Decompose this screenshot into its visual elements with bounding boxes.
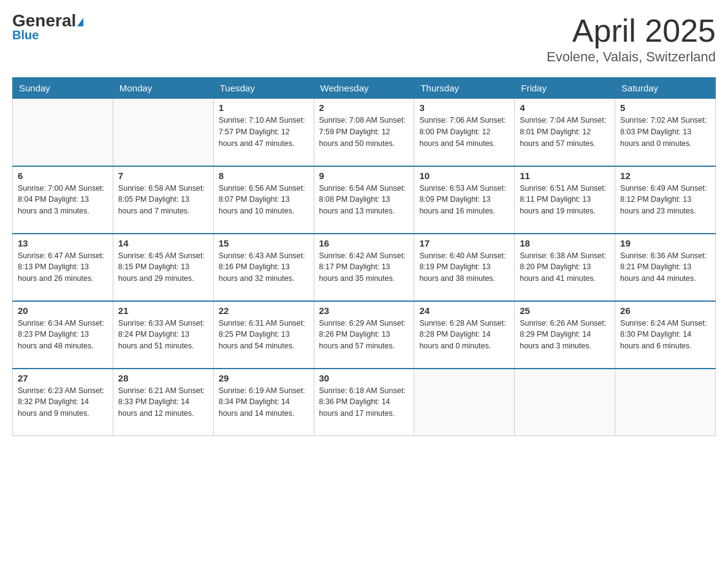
day-info: Sunrise: 6:19 AM Sunset: 8:34 PM Dayligh… — [219, 385, 309, 419]
day-info: Sunrise: 6:24 AM Sunset: 8:30 PM Dayligh… — [620, 318, 710, 352]
logo: General Blue — [12, 12, 83, 42]
day-number: 6 — [18, 170, 108, 181]
calendar-cell: 19Sunrise: 6:36 AM Sunset: 8:21 PM Dayli… — [615, 234, 716, 301]
calendar-cell: 24Sunrise: 6:28 AM Sunset: 8:28 PM Dayli… — [414, 301, 515, 369]
header-thursday: Thursday — [414, 78, 515, 99]
day-info: Sunrise: 6:31 AM Sunset: 8:25 PM Dayligh… — [219, 318, 309, 352]
day-info: Sunrise: 7:06 AM Sunset: 8:00 PM Dayligh… — [419, 115, 509, 149]
day-number: 26 — [620, 305, 710, 316]
day-info: Sunrise: 6:47 AM Sunset: 8:13 PM Dayligh… — [18, 250, 108, 285]
day-number: 5 — [620, 102, 710, 113]
day-info: Sunrise: 6:45 AM Sunset: 8:15 PM Dayligh… — [118, 250, 208, 285]
day-number: 19 — [620, 238, 710, 248]
calendar-cell: 15Sunrise: 6:43 AM Sunset: 8:16 PM Dayli… — [213, 234, 314, 301]
calendar-cell: 16Sunrise: 6:42 AM Sunset: 8:17 PM Dayli… — [314, 234, 414, 301]
calendar-cell — [13, 99, 113, 166]
day-info: Sunrise: 6:56 AM Sunset: 8:07 PM Dayligh… — [219, 183, 309, 217]
calendar-cell — [615, 369, 716, 436]
calendar-cell: 1Sunrise: 7:10 AM Sunset: 7:57 PM Daylig… — [213, 99, 314, 166]
header-wednesday: Wednesday — [314, 78, 414, 99]
day-info: Sunrise: 6:58 AM Sunset: 8:05 PM Dayligh… — [118, 183, 208, 217]
day-info: Sunrise: 6:53 AM Sunset: 8:09 PM Dayligh… — [419, 183, 509, 217]
calendar-cell: 10Sunrise: 6:53 AM Sunset: 8:09 PM Dayli… — [414, 166, 515, 234]
day-info: Sunrise: 6:26 AM Sunset: 8:29 PM Dayligh… — [520, 318, 610, 352]
day-info: Sunrise: 6:54 AM Sunset: 8:08 PM Dayligh… — [319, 183, 409, 217]
day-info: Sunrise: 6:40 AM Sunset: 8:19 PM Dayligh… — [419, 250, 509, 285]
calendar-cell: 5Sunrise: 7:02 AM Sunset: 8:03 PM Daylig… — [615, 99, 716, 166]
day-number: 8 — [219, 170, 309, 181]
day-number: 30 — [319, 373, 409, 383]
day-info: Sunrise: 6:43 AM Sunset: 8:16 PM Dayligh… — [219, 250, 309, 285]
calendar-cell: 8Sunrise: 6:56 AM Sunset: 8:07 PM Daylig… — [213, 166, 314, 234]
calendar-cell: 25Sunrise: 6:26 AM Sunset: 8:29 PM Dayli… — [515, 301, 615, 369]
day-info: Sunrise: 6:51 AM Sunset: 8:11 PM Dayligh… — [520, 183, 610, 217]
day-info: Sunrise: 7:04 AM Sunset: 8:01 PM Dayligh… — [520, 115, 610, 149]
day-number: 14 — [118, 238, 208, 248]
calendar-cell: 9Sunrise: 6:54 AM Sunset: 8:08 PM Daylig… — [314, 166, 414, 234]
week-row-5: 27Sunrise: 6:23 AM Sunset: 8:32 PM Dayli… — [13, 369, 716, 436]
day-number: 21 — [118, 305, 208, 316]
logo-blue: Blue — [12, 28, 39, 42]
day-info: Sunrise: 6:29 AM Sunset: 8:26 PM Dayligh… — [319, 318, 409, 352]
calendar-cell: 12Sunrise: 6:49 AM Sunset: 8:12 PM Dayli… — [615, 166, 716, 234]
header-saturday: Saturday — [615, 78, 716, 99]
calendar-cell: 18Sunrise: 6:38 AM Sunset: 8:20 PM Dayli… — [515, 234, 615, 301]
day-number: 17 — [419, 238, 509, 248]
week-row-2: 6Sunrise: 7:00 AM Sunset: 8:04 PM Daylig… — [13, 166, 716, 234]
day-number: 10 — [419, 170, 509, 181]
day-number: 27 — [18, 373, 108, 383]
day-number: 18 — [520, 238, 610, 248]
calendar-cell: 20Sunrise: 6:34 AM Sunset: 8:23 PM Dayli… — [13, 301, 113, 369]
day-info: Sunrise: 6:49 AM Sunset: 8:12 PM Dayligh… — [620, 183, 710, 217]
day-number: 28 — [118, 373, 208, 383]
day-number: 7 — [118, 170, 208, 181]
day-info: Sunrise: 6:21 AM Sunset: 8:33 PM Dayligh… — [118, 385, 208, 419]
page-header: General Blue April 2025 Evolene, Valais,… — [12, 12, 716, 65]
day-number: 2 — [319, 102, 409, 113]
logo-general: General — [12, 12, 83, 29]
day-number: 12 — [620, 170, 710, 181]
day-number: 25 — [520, 305, 610, 316]
day-info: Sunrise: 6:34 AM Sunset: 8:23 PM Dayligh… — [18, 318, 108, 352]
day-info: Sunrise: 7:08 AM Sunset: 7:59 PM Dayligh… — [319, 115, 409, 149]
calendar-cell: 11Sunrise: 6:51 AM Sunset: 8:11 PM Dayli… — [515, 166, 615, 234]
day-number: 4 — [520, 102, 610, 113]
header-row: SundayMondayTuesdayWednesdayThursdayFrid… — [13, 78, 716, 99]
day-info: Sunrise: 6:18 AM Sunset: 8:36 PM Dayligh… — [319, 385, 409, 419]
day-number: 16 — [319, 238, 409, 248]
calendar-cell: 28Sunrise: 6:21 AM Sunset: 8:33 PM Dayli… — [113, 369, 213, 436]
day-info: Sunrise: 6:42 AM Sunset: 8:17 PM Dayligh… — [319, 250, 409, 285]
day-info: Sunrise: 7:00 AM Sunset: 8:04 PM Dayligh… — [18, 183, 108, 217]
day-number: 29 — [219, 373, 309, 383]
day-number: 22 — [219, 305, 309, 316]
calendar-cell — [515, 369, 615, 436]
calendar-cell: 17Sunrise: 6:40 AM Sunset: 8:19 PM Dayli… — [414, 234, 515, 301]
calendar-cell: 27Sunrise: 6:23 AM Sunset: 8:32 PM Dayli… — [13, 369, 113, 436]
calendar-cell: 6Sunrise: 7:00 AM Sunset: 8:04 PM Daylig… — [13, 166, 113, 234]
day-number: 9 — [319, 170, 409, 181]
day-info: Sunrise: 6:36 AM Sunset: 8:21 PM Dayligh… — [620, 250, 710, 285]
day-info: Sunrise: 6:33 AM Sunset: 8:24 PM Dayligh… — [118, 318, 208, 352]
calendar-cell: 3Sunrise: 7:06 AM Sunset: 8:00 PM Daylig… — [414, 99, 515, 166]
location: Evolene, Valais, Switzerland — [547, 49, 716, 65]
calendar-cell: 26Sunrise: 6:24 AM Sunset: 8:30 PM Dayli… — [615, 301, 716, 369]
day-info: Sunrise: 6:28 AM Sunset: 8:28 PM Dayligh… — [419, 318, 509, 352]
calendar-cell: 13Sunrise: 6:47 AM Sunset: 8:13 PM Dayli… — [13, 234, 113, 301]
title-block: April 2025 Evolene, Valais, Switzerland — [547, 12, 716, 65]
week-row-3: 13Sunrise: 6:47 AM Sunset: 8:13 PM Dayli… — [13, 234, 716, 301]
day-number: 20 — [18, 305, 108, 316]
week-row-1: 1Sunrise: 7:10 AM Sunset: 7:57 PM Daylig… — [13, 99, 716, 166]
day-number: 11 — [520, 170, 610, 181]
day-info: Sunrise: 6:23 AM Sunset: 8:32 PM Dayligh… — [18, 385, 108, 419]
day-number: 23 — [319, 305, 409, 316]
day-number: 13 — [18, 238, 108, 248]
calendar-cell: 7Sunrise: 6:58 AM Sunset: 8:05 PM Daylig… — [113, 166, 213, 234]
calendar-cell — [414, 369, 515, 436]
header-tuesday: Tuesday — [213, 78, 314, 99]
day-number: 1 — [219, 102, 309, 113]
week-row-4: 20Sunrise: 6:34 AM Sunset: 8:23 PM Dayli… — [13, 301, 716, 369]
calendar-cell: 30Sunrise: 6:18 AM Sunset: 8:36 PM Dayli… — [314, 369, 414, 436]
calendar-cell: 23Sunrise: 6:29 AM Sunset: 8:26 PM Dayli… — [314, 301, 414, 369]
calendar-cell — [113, 99, 213, 166]
calendar-table: SundayMondayTuesdayWednesdayThursdayFrid… — [12, 77, 716, 436]
